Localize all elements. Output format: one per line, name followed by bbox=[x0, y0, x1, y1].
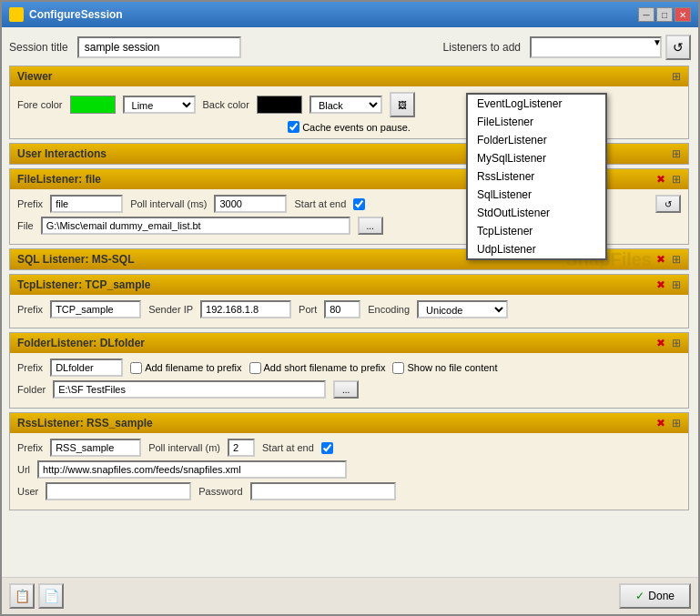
listeners-dropdown-list[interactable]: EventLogListener FileListener FolderList… bbox=[466, 93, 607, 260]
file-poll-label: Poll intervall (ms) bbox=[130, 198, 207, 209]
user-interactions-grid-icon: ⊞ bbox=[672, 147, 681, 160]
rss-listener-section: RssListener: RSS_sample ✖ ⊞ Prefix Poll … bbox=[9, 412, 689, 510]
folder-add-filename-checkbox[interactable] bbox=[130, 362, 142, 374]
sql-listener-delete-icon[interactable]: ✖ bbox=[654, 253, 668, 266]
back-color-label: Back color bbox=[203, 99, 249, 110]
folder-listener-title: FolderListener: DLfolder bbox=[17, 337, 145, 349]
folder-listener-icons: ✖ ⊞ bbox=[654, 337, 681, 349]
bottom-icon-button-2[interactable]: 📄 bbox=[38, 583, 64, 609]
sql-listener-grid-icon: ⊞ bbox=[672, 253, 681, 266]
rss-listener-icons: ✖ ⊞ bbox=[654, 417, 681, 429]
fore-color-label: Fore color bbox=[17, 99, 63, 110]
rss-listener-row3: User Password bbox=[17, 482, 681, 500]
listeners-dropdown[interactable] bbox=[530, 36, 662, 58]
tcp-sender-ip-input[interactable] bbox=[200, 300, 291, 318]
dropdown-item-rss[interactable]: RssListener bbox=[468, 167, 605, 186]
file-browse-button[interactable]: ... bbox=[358, 217, 383, 235]
session-title-label: Session title bbox=[9, 41, 68, 54]
rss-start-checkbox[interactable] bbox=[321, 442, 333, 454]
file-listener-grid-icon: ⊞ bbox=[672, 173, 681, 186]
dropdown-item-eventlog[interactable]: EventLogListener bbox=[468, 95, 605, 113]
folder-add-filename-label[interactable]: Add filename to prefix bbox=[130, 362, 241, 374]
rss-poll-input[interactable] bbox=[228, 439, 255, 457]
folder-browse-button[interactable]: ... bbox=[333, 380, 359, 399]
rss-user-input[interactable] bbox=[46, 482, 191, 500]
folder-listener-header[interactable]: FolderListener: DLfolder ✖ ⊞ bbox=[10, 333, 688, 353]
rss-password-label: Password bbox=[198, 486, 242, 497]
viewer-settings-button[interactable]: 🖼 bbox=[390, 92, 415, 117]
folder-path-input[interactable] bbox=[53, 380, 326, 399]
folder-folder-label: Folder bbox=[17, 384, 46, 395]
rss-listener-delete-icon[interactable]: ✖ bbox=[654, 417, 668, 429]
listeners-refresh-button[interactable]: ↺ bbox=[665, 35, 691, 60]
file-refresh-button[interactable]: ↺ bbox=[655, 195, 681, 213]
file-prefix-label: Prefix bbox=[17, 198, 43, 209]
fore-color-swatch[interactable] bbox=[70, 96, 116, 114]
folder-listener-delete-icon[interactable]: ✖ bbox=[654, 337, 668, 349]
rss-listener-header[interactable]: RssListener: RSS_sample ✖ ⊞ bbox=[10, 413, 688, 433]
back-color-select[interactable]: Black bbox=[309, 96, 382, 114]
dropdown-item-folder[interactable]: FolderListener bbox=[468, 131, 605, 149]
maximize-button[interactable]: □ bbox=[656, 7, 673, 22]
folder-add-short-text: Add short filename to prefix bbox=[264, 362, 386, 373]
title-bar: ConfigureSession ─ □ ✕ bbox=[2, 2, 698, 27]
tcp-encoding-select[interactable]: Unicode bbox=[417, 300, 508, 318]
top-bar: Session title sample session Listeners t… bbox=[9, 35, 691, 60]
rss-password-input[interactable] bbox=[250, 482, 396, 500]
tcp-listener-header[interactable]: TcpListener: TCP_sample ✖ ⊞ bbox=[10, 275, 688, 295]
tcp-prefix-input[interactable] bbox=[50, 300, 141, 318]
viewer-title: Viewer bbox=[17, 70, 52, 83]
dropdown-item-file[interactable]: FileListener bbox=[468, 113, 605, 131]
file-start-checkbox[interactable] bbox=[353, 198, 365, 210]
folder-show-no-file-checkbox[interactable] bbox=[392, 362, 404, 374]
folder-show-no-file-label[interactable]: Show no file content bbox=[392, 362, 497, 374]
minimize-button[interactable]: ─ bbox=[638, 7, 654, 22]
file-poll-input[interactable] bbox=[214, 195, 287, 213]
done-check-icon: ✓ bbox=[635, 590, 644, 602]
close-button[interactable]: ✕ bbox=[675, 7, 691, 22]
tcp-listener-body: Prefix Sender IP Port Encoding Unicode bbox=[10, 295, 688, 328]
tcp-sender-label: Sender IP bbox=[148, 304, 193, 315]
bottom-bar: 📋 📄 ✓ Done bbox=[2, 577, 698, 614]
viewer-header-icons: ⊞ bbox=[672, 70, 681, 83]
folder-prefix-input[interactable] bbox=[50, 358, 123, 377]
done-button[interactable]: ✓ Done bbox=[619, 583, 691, 609]
back-color-swatch[interactable] bbox=[257, 96, 302, 114]
bottom-icon-button-1[interactable]: 📋 bbox=[9, 583, 35, 609]
rss-start-label: Start at end bbox=[262, 442, 314, 453]
rss-prefix-label: Prefix bbox=[17, 442, 43, 453]
dropdown-item-tcp[interactable]: TcpListener bbox=[468, 222, 605, 240]
bottom-left-icons: 📋 📄 bbox=[9, 583, 64, 609]
window-title: ConfigureSession bbox=[29, 8, 123, 21]
sql-listener-icons: SnapFiles ✖ ⊞ bbox=[654, 253, 681, 266]
tcp-listener-section: TcpListener: TCP_sample ✖ ⊞ Prefix Sende… bbox=[9, 274, 689, 328]
fore-color-select[interactable]: Lime bbox=[123, 96, 196, 114]
tcp-port-input[interactable] bbox=[324, 300, 360, 318]
session-title-input[interactable]: sample session bbox=[77, 36, 241, 58]
viewer-header[interactable]: Viewer ⊞ bbox=[10, 66, 688, 86]
tcp-listener-grid-icon: ⊞ bbox=[672, 278, 681, 291]
file-listener-delete-icon[interactable]: ✖ bbox=[654, 173, 668, 186]
tcp-encoding-label: Encoding bbox=[368, 304, 410, 315]
dropdown-item-stdout[interactable]: StdOutListener bbox=[468, 204, 605, 222]
file-path-input[interactable] bbox=[41, 217, 350, 235]
file-prefix-input[interactable] bbox=[50, 195, 123, 213]
folder-add-short-label[interactable]: Add short filename to prefix bbox=[249, 362, 386, 374]
cache-checkbox[interactable] bbox=[288, 121, 299, 133]
tcp-listener-delete-icon[interactable]: ✖ bbox=[654, 278, 668, 291]
rss-prefix-input[interactable] bbox=[50, 439, 141, 457]
dropdown-item-mysql[interactable]: MySqlListener bbox=[468, 149, 605, 167]
rss-poll-label: Poll intervall (m) bbox=[148, 442, 220, 453]
tcp-prefix-label: Prefix bbox=[17, 304, 43, 315]
tcp-listener-row1: Prefix Sender IP Port Encoding Unicode bbox=[17, 300, 681, 318]
folder-listener-grid-icon: ⊞ bbox=[672, 337, 681, 349]
rss-url-input[interactable] bbox=[37, 460, 347, 479]
folder-listener-section: FolderListener: DLfolder ✖ ⊞ Prefix bbox=[9, 332, 689, 409]
dropdown-item-sql[interactable]: SqlListener bbox=[468, 186, 605, 204]
folder-add-short-checkbox[interactable] bbox=[249, 362, 261, 374]
rss-listener-row1: Prefix Poll intervall (m) Start at end bbox=[17, 439, 681, 457]
cache-checkbox-label[interactable]: Cache events on pause. bbox=[288, 121, 411, 133]
listeners-dropdown-wrapper: ▼ ↺ bbox=[530, 35, 691, 60]
folder-listener-row2: Folder ... bbox=[17, 380, 681, 399]
dropdown-item-udp[interactable]: UdpListener bbox=[468, 240, 605, 258]
